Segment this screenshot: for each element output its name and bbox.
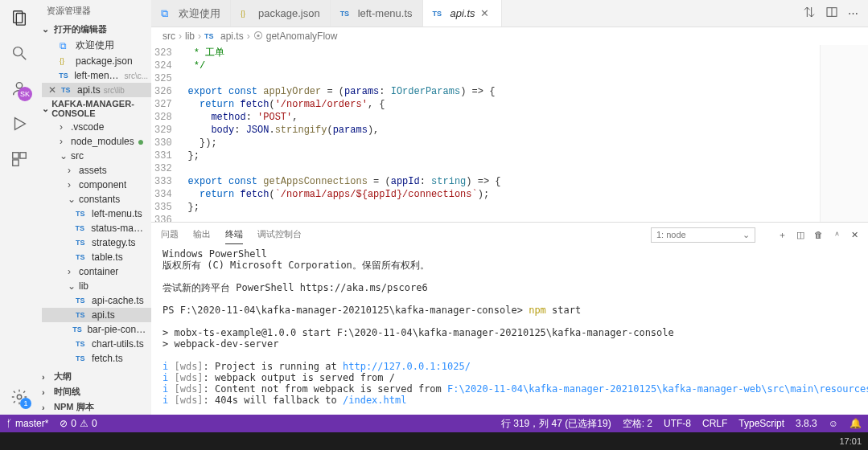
run-icon[interactable] bbox=[10, 114, 29, 133]
breadcrumb[interactable]: src› lib› TS api.ts› ⦿ getAnomalyFlow bbox=[151, 27, 868, 45]
close-icon[interactable]: ✕ bbox=[48, 84, 58, 96]
editor-tab[interactable]: {}package.json bbox=[231, 0, 331, 27]
eol-indicator[interactable]: CRLF bbox=[702, 418, 727, 429]
tree-item[interactable]: TSapi-cache.ts bbox=[42, 293, 151, 308]
editor-tab[interactable]: ⧉欢迎使用 bbox=[151, 0, 231, 27]
tree-item[interactable]: TSfetch.ts bbox=[42, 351, 151, 366]
code-editor[interactable]: 323 324 325 326 327 328 329 330 331 332 … bbox=[151, 45, 820, 222]
split-editor-icon[interactable] bbox=[825, 6, 838, 21]
vscode-icon: ⧉ bbox=[60, 40, 72, 51]
project-section[interactable]: ⌄KAFKA-MANAGER-CONSOLE bbox=[39, 97, 151, 120]
tree-item[interactable]: TSbar-pie-config.ts bbox=[42, 322, 151, 337]
chevron-icon: ⌄ bbox=[60, 150, 68, 162]
maximize-panel-icon[interactable]: ＾ bbox=[833, 229, 841, 241]
minimap[interactable] bbox=[820, 45, 868, 222]
compare-icon[interactable] bbox=[803, 6, 816, 21]
tree-item[interactable]: TSapi.ts bbox=[42, 308, 151, 322]
split-terminal-icon[interactable]: ◫ bbox=[796, 230, 804, 240]
explorer-icon[interactable] bbox=[10, 8, 29, 27]
tree-item[interactable]: TSleft-menu.ts bbox=[42, 207, 151, 221]
ts-icon: TS bbox=[76, 297, 88, 305]
chevron-icon: › bbox=[60, 121, 68, 133]
search-icon[interactable] bbox=[10, 43, 29, 63]
cursor-position[interactable]: 行 319，列 47 (已选择19) bbox=[501, 417, 611, 431]
bell-icon[interactable]: 🔔 bbox=[849, 418, 862, 429]
feedback-icon[interactable]: ☺ bbox=[829, 418, 838, 429]
svg-line-3 bbox=[22, 55, 27, 60]
ts-icon: TS bbox=[75, 224, 88, 232]
chevron-icon: › bbox=[68, 266, 76, 277]
outline-section[interactable]: ›大纲 bbox=[39, 369, 151, 384]
npm-section[interactable]: ›NPM 脚本 bbox=[39, 399, 151, 415]
chevron-icon: ⌄ bbox=[68, 194, 76, 205]
panel-tab[interactable]: 问题 bbox=[161, 225, 179, 244]
open-editor-item[interactable]: ⧉欢迎使用 bbox=[42, 37, 151, 54]
encoding-indicator[interactable]: UTF-8 bbox=[664, 418, 691, 429]
settings-icon[interactable]: 1 bbox=[10, 387, 29, 407]
more-icon[interactable]: ⋯ bbox=[848, 7, 858, 19]
sidebar: 资源管理器 ⌄打开的编辑器 ⧉欢迎使用{}package.jsonTSleft-… bbox=[39, 0, 151, 415]
account-icon[interactable]: SK bbox=[10, 79, 29, 98]
ts-icon: TS bbox=[59, 72, 71, 80]
chevron-icon: ⌄ bbox=[68, 280, 76, 292]
tree-item[interactable]: ⌄src bbox=[42, 149, 151, 163]
svg-point-2 bbox=[14, 47, 23, 56]
modified-dot-icon: ● bbox=[138, 138, 144, 145]
method-icon: ⦿ bbox=[253, 31, 263, 42]
branch-indicator[interactable]: ᚶ master* bbox=[6, 418, 48, 429]
ts-icon: TS bbox=[76, 354, 88, 362]
ts-icon: TS bbox=[204, 32, 217, 40]
json-icon: {} bbox=[60, 57, 72, 65]
open-editors-section[interactable]: ⌄打开的编辑器 bbox=[39, 22, 151, 37]
ts-icon: TS bbox=[340, 10, 353, 18]
tree-item[interactable]: ›component bbox=[42, 178, 151, 192]
new-terminal-icon[interactable]: ＋ bbox=[778, 229, 787, 241]
tree-item[interactable]: ⌄constants bbox=[42, 192, 151, 207]
ts-icon: TS bbox=[433, 10, 446, 18]
timeline-section[interactable]: ›时间线 bbox=[39, 384, 151, 399]
status-bar: ᚶ master* ⊘ 0 ⚠ 0 行 319，列 47 (已选择19) 空格:… bbox=[0, 415, 868, 432]
editor-tab[interactable]: TSleft-menu.ts bbox=[331, 0, 423, 27]
ts-icon: TS bbox=[76, 210, 88, 218]
chevron-icon: › bbox=[60, 136, 68, 147]
ts-icon: TS bbox=[61, 86, 74, 94]
tree-item[interactable]: ›assets bbox=[42, 163, 151, 178]
panel-tab[interactable]: 终端 bbox=[225, 225, 243, 244]
os-taskbar: 17:01 bbox=[0, 432, 868, 450]
terminal-selector[interactable]: 1: node⌄ bbox=[651, 227, 755, 243]
json-icon: {} bbox=[241, 10, 253, 18]
ts-icon: TS bbox=[76, 340, 88, 348]
terminal-output[interactable]: Windows PowerShell 版权所有 (C) Microsoft Co… bbox=[151, 247, 868, 415]
tree-item[interactable]: TSstrategy.ts bbox=[42, 235, 151, 250]
tree-item[interactable]: TSchart-utils.ts bbox=[42, 337, 151, 351]
vscode-icon: ⧉ bbox=[161, 7, 174, 20]
tree-item[interactable]: TSstatus-map.ts bbox=[42, 221, 151, 235]
tree-item[interactable]: ›node_modules● bbox=[42, 134, 151, 149]
close-panel-icon[interactable]: ✕ bbox=[851, 230, 858, 240]
ts-version[interactable]: 3.8.3 bbox=[796, 418, 817, 429]
editor-tab[interactable]: TSapi.ts✕ bbox=[423, 0, 502, 27]
tree-item[interactable]: TStable.ts bbox=[42, 250, 151, 264]
language-indicator[interactable]: TypeScript bbox=[738, 418, 784, 429]
problems-indicator[interactable]: ⊘ 0 ⚠ 0 bbox=[60, 418, 97, 429]
tabs-bar: ⧉欢迎使用{}package.jsonTSleft-menu.tsTSapi.t… bbox=[151, 0, 868, 27]
clock: 17:01 bbox=[839, 436, 862, 446]
trash-icon[interactable]: 🗑 bbox=[814, 230, 823, 239]
svg-rect-6 bbox=[13, 153, 19, 158]
close-icon[interactable]: ✕ bbox=[480, 7, 492, 19]
extensions-icon[interactable] bbox=[10, 149, 29, 169]
tree-item[interactable]: ›container bbox=[42, 264, 151, 279]
open-editor-item[interactable]: ✕TSapi.ts src\lib bbox=[42, 83, 151, 97]
indent-indicator[interactable]: 空格: 2 bbox=[623, 417, 652, 431]
panel-tab[interactable]: 输出 bbox=[193, 225, 211, 244]
open-editor-item[interactable]: TSleft-menu.ts src\c... bbox=[42, 68, 151, 83]
svg-rect-8 bbox=[13, 160, 19, 166]
ts-icon: TS bbox=[76, 311, 88, 319]
ts-icon: TS bbox=[72, 325, 84, 333]
tree-item[interactable]: ⌄lib bbox=[42, 279, 151, 293]
activity-bar: SK 1 bbox=[0, 0, 39, 415]
open-editor-item[interactable]: {}package.json bbox=[42, 54, 151, 68]
svg-rect-7 bbox=[20, 153, 26, 158]
panel-tab[interactable]: 调试控制台 bbox=[257, 225, 302, 244]
tree-item[interactable]: ›.vscode bbox=[42, 120, 151, 134]
